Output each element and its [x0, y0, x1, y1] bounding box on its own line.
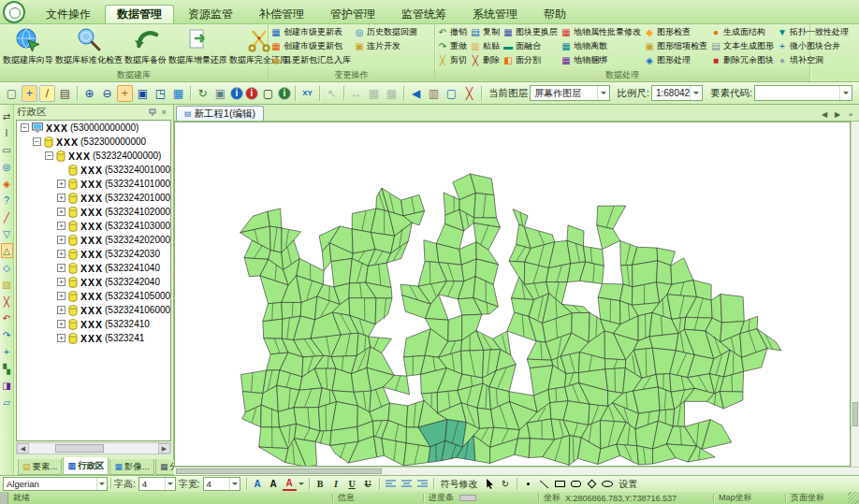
strikethrough-button[interactable]: U — [361, 477, 375, 491]
tree-row[interactable]: −XXX(532324000000) — [17, 149, 170, 163]
chevron-down-icon[interactable] — [690, 86, 702, 100]
full-extent-icon[interactable]: ▣ — [135, 85, 151, 102]
effects-icon[interactable]: ◈ — [1, 176, 13, 191]
image-view-icon[interactable]: ▦ — [170, 85, 186, 102]
tab-数据管理[interactable]: 数据管理 — [105, 5, 174, 23]
tree-row[interactable]: −XXX(530000000000) — [17, 121, 170, 135]
tree-row[interactable]: +XXX(5323242030 — [17, 247, 170, 261]
zoom-in-icon[interactable]: ⊕ — [81, 85, 97, 102]
sketch-icon[interactable]: ╱ — [1, 209, 13, 224]
ribbon-button[interactable]: ▣图形细项检查 — [644, 39, 707, 53]
scroll-right-icon[interactable]: ▶ — [158, 443, 170, 454]
ribbon-button[interactable]: 数据库增量还原 — [167, 25, 228, 67]
select-box-icon[interactable]: ▢ — [260, 85, 276, 102]
attr-table-icon[interactable]: ▨ — [1, 277, 13, 292]
clear-selection-icon[interactable]: ╳ — [461, 85, 477, 102]
symbol-edit-button[interactable]: 符号修改 — [438, 477, 481, 491]
tab-系统管理[interactable]: 系统管理 — [460, 5, 530, 23]
expander-icon[interactable]: + — [57, 250, 66, 258]
expander-icon[interactable]: + — [57, 334, 66, 342]
ribbon-button[interactable]: ◈图形处理 — [644, 53, 707, 67]
expander-icon[interactable]: + — [57, 292, 66, 300]
refresh-map-icon[interactable]: ↻ — [195, 85, 211, 102]
add-feature-icon[interactable]: + — [22, 85, 37, 102]
expander-icon[interactable]: + — [57, 264, 66, 272]
route-icon[interactable]: ⇄ — [1, 108, 13, 123]
chevron-down-icon[interactable] — [597, 86, 609, 100]
scrollbar-thumb[interactable] — [55, 444, 104, 453]
italic-button[interactable]: I — [329, 477, 343, 491]
diamond-tool-icon[interactable]: ◇ — [1, 260, 13, 275]
align-center-button[interactable] — [400, 477, 414, 491]
erase-icon[interactable]: ╳ — [1, 294, 13, 309]
tree-row[interactable]: +XXX(532324202000 — [17, 233, 170, 247]
identify-green-icon[interactable]: i — [278, 87, 291, 100]
close-icon[interactable]: × — [158, 107, 170, 118]
tab-帮助[interactable]: 帮助 — [531, 5, 578, 23]
polyline-icon[interactable]: ▱ — [1, 395, 13, 410]
ribbon-button[interactable]: 数据库标准化检查 — [54, 25, 124, 67]
tree-row[interactable]: +XXX(532324101000 — [17, 177, 170, 191]
ribbon-button[interactable]: ╳删除 — [470, 53, 500, 67]
expander-icon[interactable]: + — [57, 208, 66, 216]
map-h-scrollbar[interactable] — [174, 467, 859, 475]
grid-b-icon[interactable]: ▦ — [384, 85, 400, 102]
overlay-icon[interactable]: ▚ — [1, 361, 13, 376]
zoom-out-icon[interactable]: ⊖ — [99, 85, 115, 102]
text-color-blue-button[interactable]: A — [251, 477, 265, 491]
panel-tab-影像...[interactable]: ▦影像... — [109, 459, 153, 475]
scrollbar-thumb[interactable] — [852, 402, 858, 426]
expander-icon[interactable]: + — [57, 236, 66, 244]
measure-icon[interactable]: ↔ — [348, 85, 364, 102]
expander-icon[interactable]: + — [57, 194, 66, 202]
ribbon-button[interactable]: ▣连片开发 — [354, 39, 417, 53]
chevron-down-icon[interactable] — [229, 478, 240, 490]
text-height-icon[interactable]: I — [1, 125, 13, 140]
draw-point-button[interactable] — [521, 477, 535, 491]
move-tool-icon[interactable]: + — [1, 344, 13, 359]
tab-scroll-left-icon[interactable]: ◀ — [818, 108, 831, 121]
redo-tool-icon[interactable]: ↷ — [1, 327, 13, 342]
notes-icon[interactable]: ▤ — [57, 85, 73, 102]
tab-监管统筹[interactable]: 监管统筹 — [389, 5, 459, 23]
font-select[interactable]: Algerian — [3, 477, 108, 491]
chevron-down-icon[interactable] — [96, 478, 107, 490]
expander-icon[interactable]: + — [57, 222, 66, 230]
ribbon-button[interactable]: ↶撤销 — [437, 25, 467, 39]
window-view-icon[interactable]: ▣ — [212, 85, 228, 102]
chevron-down-icon[interactable] — [298, 480, 306, 488]
ribbon-button[interactable]: ╳剪切 — [437, 53, 467, 67]
rotate-button[interactable]: ↻ — [499, 477, 513, 491]
ribbon-button[interactable]: ◧面分割 — [502, 53, 558, 67]
tree-row[interactable]: XXX(532324001000 — [17, 163, 170, 177]
draw-ellipse-button[interactable] — [601, 477, 615, 491]
select-rect-icon[interactable]: ▢ — [444, 85, 459, 102]
tree-row[interactable]: +XXX(532324102000 — [17, 205, 170, 219]
ribbon-button[interactable]: ▦图块更换层 — [502, 25, 558, 39]
triangle-tool-icon[interactable]: △ — [1, 243, 13, 258]
map-canvas[interactable] — [174, 122, 851, 467]
expander-icon[interactable]: − — [21, 123, 29, 132]
select-rect-tool-icon[interactable]: ▭ — [1, 142, 13, 157]
scroll-left-icon[interactable]: ◀ — [17, 443, 29, 454]
underline-button[interactable]: U — [345, 477, 359, 491]
xy-locate-icon[interactable]: XY — [299, 85, 315, 102]
draw-line-button[interactable] — [537, 477, 551, 491]
ribbon-button[interactable]: ▦创建市级更新包 — [270, 39, 351, 53]
copy-map-icon[interactable]: ▥ — [426, 85, 442, 102]
feature-code-select[interactable] — [754, 85, 852, 101]
ribbon-button[interactable]: ●生成面结构 — [710, 25, 774, 39]
bold-button[interactable]: B — [313, 477, 328, 491]
draw-diamond-button[interactable] — [585, 477, 599, 491]
tree-row[interactable]: +XXX(532324201000 — [17, 191, 170, 205]
nav-flag-icon[interactable]: ◀ — [408, 85, 424, 102]
ribbon-button[interactable]: ↷重做 — [437, 39, 467, 53]
pin-icon[interactable] — [146, 107, 158, 118]
document-tab[interactable]: ▤ 新工程1(编辑) — [176, 106, 264, 121]
current-layer-select[interactable]: 屏幕作图层 — [530, 85, 610, 101]
expander-icon[interactable]: − — [45, 151, 53, 160]
ribbon-button[interactable]: ▦创建市级更新表 — [270, 25, 351, 39]
select-cursor-icon[interactable]: ↖ — [324, 85, 340, 102]
text-color-red-button[interactable]: A — [283, 477, 297, 491]
pan-icon[interactable]: + — [117, 85, 133, 102]
